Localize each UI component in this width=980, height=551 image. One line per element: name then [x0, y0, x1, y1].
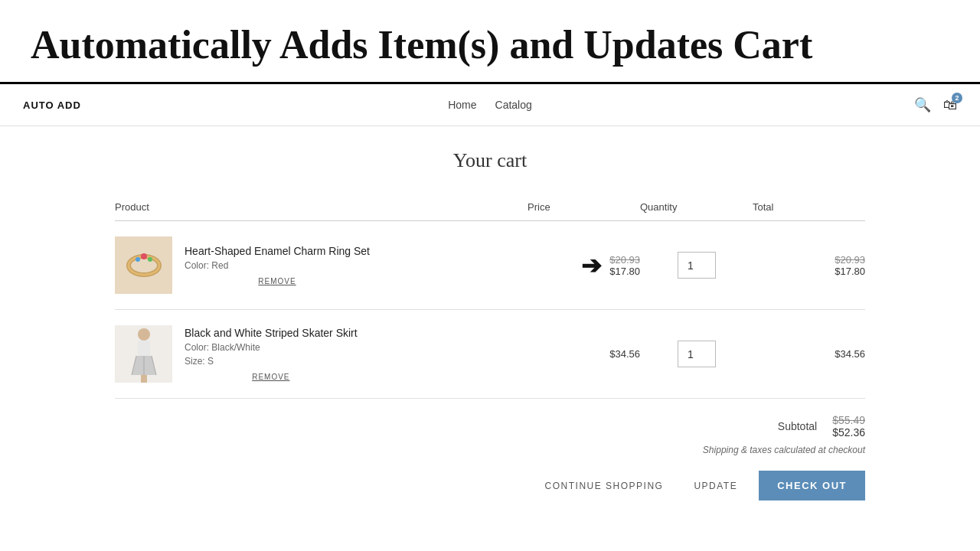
cart-table: Product Price Quantity Total: [115, 195, 865, 399]
continue-shopping-button[interactable]: CONTINUE SHOPPING: [536, 474, 673, 497]
svg-point-3: [136, 257, 140, 262]
qty-cell-1: [640, 221, 753, 310]
skirt-image-svg: [121, 325, 167, 383]
price-cell-1: ➔ $20.93 $17.80: [528, 221, 640, 310]
update-button[interactable]: UPDATE: [684, 474, 746, 497]
remove-button-1[interactable]: REMOVE: [185, 277, 370, 285]
total-sale-1: $17.80: [753, 266, 865, 277]
col-price: Price: [528, 195, 640, 221]
subtotal-section: Subtotal $55.49 $52.36 Shipping & taxes …: [115, 414, 865, 455]
subtotal-original: $55.49: [832, 414, 865, 426]
subtotal-label: Subtotal: [778, 420, 817, 432]
nav-link-home[interactable]: Home: [448, 99, 476, 111]
product-color-1: Color: Red: [185, 260, 370, 271]
price-original-1: $20.93: [609, 254, 640, 266]
price-sale-1: $17.80: [609, 266, 640, 277]
product-name-2: Black and White Striped Skater Skirt: [185, 327, 358, 339]
remove-button-2[interactable]: REMOVE: [185, 373, 358, 381]
product-info-2: Black and White Striped Skater Skirt Col…: [185, 327, 358, 381]
navbar: AUTO ADD Home Catalog 🔍 🛍 2: [0, 84, 980, 126]
subtotal-row: Subtotal $55.49 $52.36: [778, 414, 865, 439]
buttons-row: CONTINUE SHOPPING UPDATE CHECK OUT: [115, 471, 865, 500]
nav-link-catalog[interactable]: Catalog: [495, 99, 532, 111]
total-regular-2: $34.56: [753, 348, 865, 360]
svg-rect-6: [138, 341, 150, 356]
checkout-button[interactable]: CHECK OUT: [759, 471, 865, 500]
total-cell-2: $34.56: [753, 310, 865, 399]
product-size-2: Size: S: [185, 356, 358, 367]
table-header-row: Product Price Quantity Total: [115, 195, 865, 221]
ring-image-svg: [121, 243, 167, 289]
price-cell-2: $34.56: [528, 310, 640, 399]
subtotal-sale: $52.36: [832, 426, 865, 439]
svg-point-4: [148, 257, 152, 262]
cart-icon[interactable]: 🛍 2: [943, 97, 957, 113]
svg-point-5: [138, 328, 150, 341]
product-image-2: [115, 325, 172, 383]
main-content: Your cart Product Price Quantity Total: [100, 126, 880, 531]
cart-badge: 2: [952, 93, 962, 103]
col-quantity: Quantity: [640, 195, 753, 221]
subtotal-values: $55.49 $52.36: [832, 414, 865, 439]
product-name-1: Heart-Shaped Enamel Charm Ring Set: [185, 245, 370, 257]
table-row: Heart-Shaped Enamel Charm Ring Set Color…: [115, 221, 865, 310]
shipping-note: Shipping & taxes calculated at checkout: [703, 445, 865, 455]
svg-point-2: [141, 253, 147, 259]
total-original-1: $20.93: [753, 254, 865, 266]
price-regular-2: $34.56: [528, 348, 640, 360]
search-icon[interactable]: 🔍: [914, 96, 931, 113]
nav-icons: 🔍 🛍 2: [914, 96, 957, 113]
product-image-1: [115, 236, 172, 294]
nav-links: Home Catalog: [448, 99, 532, 111]
cart-title: Your cart: [115, 149, 865, 172]
product-info-1: Heart-Shaped Enamel Charm Ring Set Color…: [185, 245, 370, 285]
col-product: Product: [115, 195, 528, 221]
col-total: Total: [753, 195, 865, 221]
svg-rect-12: [143, 375, 147, 383]
banner-title: Automatically Adds Item(s) and Updates C…: [31, 23, 949, 67]
table-row: Black and White Striped Skater Skirt Col…: [115, 310, 865, 399]
banner: Automatically Adds Item(s) and Updates C…: [0, 0, 980, 84]
quantity-input-1[interactable]: [678, 252, 716, 279]
product-cell-2: Black and White Striped Skater Skirt Col…: [115, 310, 528, 399]
nav-logo: AUTO ADD: [23, 99, 81, 111]
total-cell-1: $20.93 $17.80: [753, 221, 865, 310]
arrow-right-icon: ➔: [581, 251, 602, 280]
product-color-2: Color: Black/White: [185, 342, 358, 353]
product-cell-1: Heart-Shaped Enamel Charm Ring Set Color…: [115, 221, 528, 310]
quantity-input-2[interactable]: [678, 341, 716, 367]
qty-cell-2: [640, 310, 753, 399]
